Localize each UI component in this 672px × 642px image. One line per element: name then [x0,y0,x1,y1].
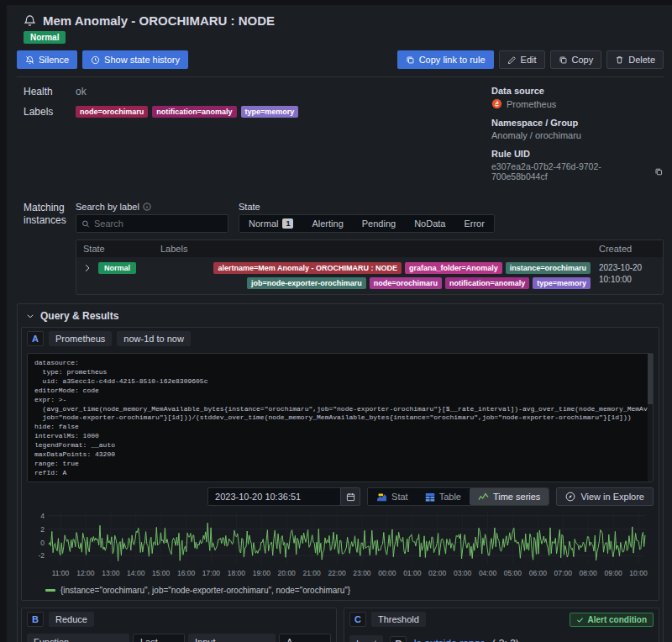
health-label: Health [24,86,76,97]
namespace-value: Anomaly / orochimaru [491,130,664,140]
delete-button[interactable]: Delete [606,50,664,69]
rule-uid-label: Rule UID [491,149,664,159]
input-label: Input [188,634,276,642]
rule-labels: node=orochimarunotification=anomalytype=… [76,106,298,118]
compass-icon [565,492,575,502]
query-card-a-header: A Prometheus now-1d to now [22,328,659,350]
datasource-value-row: Prometheus [491,98,664,109]
view-option-time-series[interactable]: Time series [470,488,549,505]
svg-text:11:00: 11:00 [52,569,70,577]
silence-button[interactable]: Silence [17,50,77,69]
edit-button[interactable]: Edit [499,50,545,69]
ref-id-badge-a: A [27,331,44,346]
svg-text:09:00: 09:00 [604,569,622,577]
query-code-block: datasource: type: prometheus uid: a35ecc… [27,353,654,482]
label-chip: notification=anomaly [152,106,236,118]
svg-text:10:00: 10:00 [629,569,648,577]
page-title: Mem Anomaly - OROCHIMARU : NODE [43,13,275,28]
label-chip: alertname=Mem Anomaly - OROCHIMARU : NOD… [213,262,401,274]
svg-text:4: 4 [40,512,45,520]
labels-column-header: Labels [160,244,599,254]
search-icon [81,219,90,229]
state-filter-alerting[interactable]: Alerting [302,215,352,232]
view-option-stat[interactable]: Stat [368,488,417,505]
actions-row: Silence Show state history Copy li [17,50,664,69]
query-results-header[interactable]: Query & Results [21,310,659,322]
function-value[interactable]: Last [133,634,185,642]
threshold-card: C Threshold Alert condition Input B [344,608,659,642]
svg-text:14:00: 14:00 [127,569,145,577]
svg-text:16:00: 16:00 [177,569,196,577]
svg-text:06:00: 06:00 [529,569,548,577]
copy-uid-icon[interactable] [654,167,664,176]
svg-text:01:00: 01:00 [403,569,422,577]
stat-option-label: Stat [391,492,408,502]
time-series-icon [478,492,489,502]
created-time: 10:10:00 [599,274,656,286]
threshold-condition[interactable]: Is outside range [413,638,485,642]
edit-label: Edit [521,55,537,65]
svg-text:23:00: 23:00 [353,569,371,577]
label-chip: instance=orochimaru [506,262,591,274]
label-chip: grafana_folder=Anomaly [405,262,502,274]
function-label: Function [27,634,129,642]
label-chip: node=orochimaru [76,106,148,118]
table-icon [425,492,435,502]
instance-labels: alertname=Mem Anomaly - OROCHIMARU : NOD… [160,262,599,289]
expressions-row: B Reduce Function Last Input A Mode Drop… [21,608,659,642]
info-icon [143,203,151,211]
ref-id-badge-b: B [27,612,44,627]
datasource-value: Prometheus [507,99,556,109]
reduce-title: Reduce [49,612,94,627]
state-column-header: State [83,244,160,254]
chart-legend[interactable]: {instance="orochimaru", job="node-export… [27,586,654,595]
show-state-history-button[interactable]: Show state history [82,50,188,69]
view-option-table[interactable]: Table [417,488,470,505]
reduce-card: B Reduce Function Last Input A Mode Drop… [21,608,337,642]
search-input[interactable] [94,218,223,229]
timestamp-input[interactable] [207,487,340,506]
threshold-input-ref[interactable]: B [390,636,407,642]
threshold-title: Threshold [371,612,426,627]
svg-text:-2: -2 [38,551,45,560]
svg-text:22:00: 22:00 [328,569,346,577]
datasource-label: Data source [491,86,664,96]
code-scrollbar[interactable] [648,354,653,482]
threshold-input-label: Input [349,635,383,642]
copy-link-to-rule-button[interactable]: Copy link to rule [397,50,494,69]
svg-text:17:00: 17:00 [202,569,221,577]
timeseries-plot[interactable]: 420-211:0012:0013:0014:0015:0016:0017:00… [27,509,648,581]
label-chip: node=orochimaru [370,277,442,289]
rule-state-badge: Normal [24,31,66,44]
alert-condition-badge: Alert condition [570,613,654,627]
svg-text:02:00: 02:00 [428,569,447,577]
svg-text:13:00: 13:00 [102,569,120,577]
state-filter-nodata[interactable]: NoData [405,215,454,232]
svg-text:05:00: 05:00 [504,569,522,577]
instance-created: 2023-10-20 10:10:00 [599,262,656,286]
view-in-explore-button[interactable]: View in Explore [556,487,654,506]
bell-icon [24,14,36,27]
svg-text:19:00: 19:00 [253,569,271,577]
calendar-button[interactable] [340,487,360,506]
copy-button[interactable]: Copy [550,50,602,69]
namespace-label: Namespace / Group [491,118,664,128]
rule-details: Health ok Labels node=orochimarunotifica… [17,77,664,195]
query-card-a: A Prometheus now-1d to now datasource: t… [21,327,659,601]
chevron-down-icon [26,312,34,320]
state-filter-group: Normal 1 Alerting Pending NoData Error [239,214,495,233]
alert-condition-label: Alert condition [587,615,647,624]
state-filter-error[interactable]: Error [454,215,493,232]
state-filter-normal[interactable]: Normal 1 [239,215,302,232]
svg-text:03:00: 03:00 [454,569,472,577]
table-row[interactable]: Normal alertname=Mem Anomaly - OROCHIMAR… [76,257,663,294]
chevron-right-icon[interactable] [83,264,92,272]
table-option-label: Table [439,492,461,502]
time-series-option-label: Time series [493,492,540,502]
input-value[interactable]: A [279,634,331,642]
copy-link-label: Copy link to rule [419,55,486,65]
svg-text:0: 0 [40,539,45,547]
label-chip: type=memory [533,277,591,289]
state-filter-pending[interactable]: Pending [353,215,405,232]
explore-label: View in Explore [580,492,644,502]
